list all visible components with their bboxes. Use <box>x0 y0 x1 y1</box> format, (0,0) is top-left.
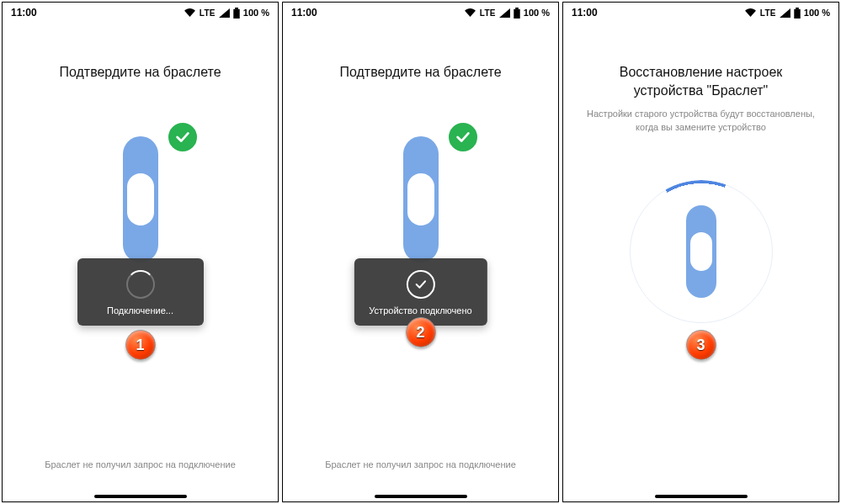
network-label: LTE <box>760 8 776 18</box>
svg-rect-4 <box>794 8 800 18</box>
band-icon <box>403 136 439 263</box>
wifi-icon <box>744 8 757 18</box>
battery-percent: 100 % <box>524 8 550 18</box>
svg-rect-1 <box>235 8 238 9</box>
success-check-icon <box>446 120 480 154</box>
phone-screen-2: 11:00 LTE 100 % Подтвердите на браслете … <box>282 2 559 502</box>
battery-icon <box>794 8 801 19</box>
nav-handle[interactable] <box>94 495 187 498</box>
svg-rect-0 <box>233 8 239 18</box>
status-time: 11:00 <box>572 7 744 19</box>
status-indicators: LTE 100 % <box>184 8 269 19</box>
step-badge: 2 <box>406 317 436 347</box>
status-bar: 11:00 LTE 100 % <box>3 3 278 23</box>
toast-text: Подключение... <box>107 305 173 316</box>
network-label: LTE <box>200 8 216 18</box>
connected-toast: Устройство подключено <box>354 258 487 326</box>
band-icon <box>123 136 158 263</box>
step-badge: 3 <box>686 330 716 360</box>
wifi-icon <box>184 8 196 18</box>
check-circle-icon <box>406 270 434 299</box>
battery-icon <box>233 8 240 19</box>
battery-icon <box>514 8 520 19</box>
svg-rect-2 <box>514 8 519 18</box>
screen-content: Восстановление настроек устройства "Брас… <box>563 23 838 501</box>
page-subtitle: Настройки старого устройства будут восст… <box>579 108 823 134</box>
connecting-toast: Подключение... <box>77 258 204 326</box>
page-title: Восстановление настроек устройства "Брас… <box>583 63 819 99</box>
svg-rect-3 <box>515 8 519 9</box>
status-bar: 11:00 LTE 100 % <box>283 3 558 23</box>
signal-icon <box>780 8 790 18</box>
progress-ring <box>617 167 785 336</box>
footer-hint[interactable]: Браслет не получил запрос на подключение <box>3 459 278 470</box>
status-time: 11:00 <box>291 7 464 19</box>
toast-text: Устройство подключено <box>369 305 471 316</box>
svg-rect-5 <box>796 8 799 9</box>
step-badge: 1 <box>125 330 156 360</box>
battery-percent: 100 % <box>243 8 269 18</box>
status-indicators: LTE 100 % <box>744 8 830 19</box>
phone-screen-1: 11:00 LTE 100 % Подтвердите на браслете … <box>2 2 279 502</box>
success-check-icon <box>166 120 200 154</box>
status-time: 11:00 <box>11 7 184 19</box>
signal-icon <box>219 8 230 18</box>
network-label: LTE <box>480 8 496 18</box>
status-bar: 11:00 LTE 100 % <box>563 3 838 23</box>
screen-content: Подтвердите на браслете Подключение... 1… <box>3 23 278 501</box>
nav-handle[interactable] <box>655 495 748 498</box>
page-title: Подтвердите на браслете <box>339 63 501 82</box>
signal-icon <box>499 8 510 18</box>
status-indicators: LTE 100 % <box>464 8 550 19</box>
spinner-icon <box>126 270 155 299</box>
screen-content: Подтвердите на браслете Устройство подкл… <box>283 23 558 501</box>
page-title: Подтвердите на браслете <box>59 63 221 82</box>
nav-handle[interactable] <box>375 495 467 498</box>
band-icon <box>686 205 716 298</box>
wifi-icon <box>464 8 476 18</box>
battery-percent: 100 % <box>804 8 830 18</box>
phone-screen-3: 11:00 LTE 100 % Восстановление настроек … <box>562 2 839 502</box>
footer-hint[interactable]: Браслет не получил запрос на подключение <box>283 459 558 470</box>
